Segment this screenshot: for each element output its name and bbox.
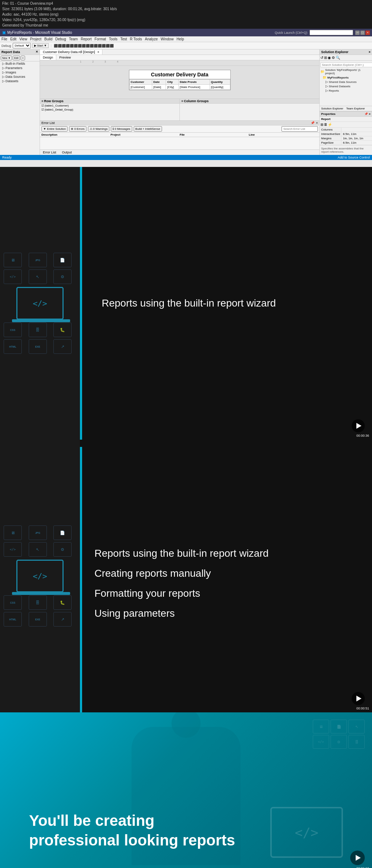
- file2-icon: 📄: [60, 531, 65, 535]
- vs-tree-builtin[interactable]: ▷ Built-in Fields: [0, 61, 40, 66]
- monitor2-icon: 🖥: [11, 531, 15, 535]
- rd-new-btn[interactable]: New ▼: [1, 56, 12, 60]
- vs-reportdata-title: Report Data ✕: [0, 49, 40, 55]
- menu-rtools[interactable]: R Tools: [130, 37, 142, 41]
- jpg-icon: JPG: [35, 259, 40, 261]
- cell-state: [State Province]: [178, 85, 210, 90]
- menu-debug[interactable]: Debug: [55, 37, 66, 41]
- menu-tools[interactable]: Tools: [109, 37, 117, 41]
- vs-tree-shareddatasets[interactable]: ▷ Shared Datasets: [320, 84, 372, 88]
- menu-view[interactable]: View: [19, 37, 27, 41]
- props-pin[interactable]: 📌: [364, 112, 368, 116]
- arrow-icon: ↗: [61, 344, 64, 349]
- teal-icon-grid: 🖥 📄 ↖ </> ⚙ 🗄: [313, 720, 365, 749]
- props-event-icon[interactable]: ⚡: [328, 123, 332, 127]
- vs-tree-solution[interactable]: 📁 Solution 'MyFirstReports' (1 project): [320, 68, 372, 75]
- menu-edit[interactable]: Edit: [10, 37, 16, 41]
- solexp-tool-4[interactable]: ⚙: [332, 56, 335, 60]
- gear2-icon: ⚙: [61, 547, 64, 552]
- rd-delete-btn[interactable]: ×: [21, 56, 25, 60]
- el-solution-btn[interactable]: ▼ Entire Solution: [41, 126, 68, 132]
- props-sort-icon[interactable]: ⊞: [320, 123, 323, 127]
- vs-solution-explorer: Solution Explorer × ↺ ⊞ ◉ ⚙ 🔍 📁 Solution…: [320, 49, 372, 106]
- menu-project[interactable]: Project: [30, 37, 41, 41]
- menu-file[interactable]: File: [1, 37, 7, 41]
- rd-edit-btn[interactable]: Edit: [13, 56, 20, 60]
- vs-tree-shareddatasources[interactable]: ▷ Shared Data Sources: [320, 80, 372, 84]
- col-customer: Customer: [129, 80, 152, 85]
- teal-icon-1: 🖥: [313, 720, 329, 733]
- vs-quicklaunch-input[interactable]: [310, 30, 353, 35]
- solexp-tool-2[interactable]: ⊞: [324, 56, 327, 60]
- vs-close-btn[interactable]: ×: [365, 31, 370, 35]
- toolbar-start-btn[interactable]: ▶ Start ▼: [32, 43, 49, 48]
- el-search-input[interactable]: [282, 126, 318, 132]
- vs-solexp-close[interactable]: ×: [369, 50, 371, 54]
- vs-rowgroup-item-2[interactable]: ☑ (table1_Detail_Group): [40, 108, 179, 112]
- menu-report[interactable]: Report: [81, 37, 92, 41]
- tree-expand-icon: ▷: [2, 79, 5, 83]
- vs-tree-reports[interactable]: ▷ Reports: [320, 88, 372, 93]
- vs-tree-images[interactable]: ▷ Images: [0, 70, 40, 75]
- vs-doc-close-icon[interactable]: ×: [97, 50, 99, 54]
- menu-window[interactable]: Window: [161, 37, 174, 41]
- vs-rowgroup-item-1[interactable]: ☑ (table1_Customer): [40, 104, 179, 108]
- solution-icon: 📁: [320, 70, 324, 73]
- el-messages-btn[interactable]: ℹ 0 Messages: [111, 126, 132, 132]
- vs-tab-teamexp[interactable]: Team Explorer: [345, 106, 367, 111]
- el-errors-btn[interactable]: ⊗ 0 Errors: [69, 126, 86, 132]
- icon-grid-top: 🖥 JPG 📄 </> ↖ ⚙: [4, 253, 76, 284]
- vs-minimize-btn[interactable]: ─: [355, 31, 360, 35]
- el-close-icon[interactable]: ×: [316, 121, 318, 125]
- solexp-tool-3[interactable]: ◉: [328, 56, 331, 60]
- toolbar-platform-select[interactable]: Default: [13, 43, 31, 48]
- el-build-btn[interactable]: Build + IntelliSense: [134, 126, 162, 132]
- teal-monitor-icon: 🖥: [319, 725, 323, 729]
- vs-tab-design[interactable]: Design: [40, 55, 56, 60]
- vs-reportdata-label: Report Data: [1, 50, 20, 54]
- vs-tree-myfirstreports[interactable]: 📁 MyFirstReports: [320, 75, 372, 80]
- props-close[interactable]: ×: [369, 112, 371, 116]
- toolbar-icons: ⬛⬛⬛⬛⬛⬛⬛⬛⬛⬛⬛⬛⬛⬛⬛: [54, 44, 114, 48]
- prop-interactivesize: InteractiveSize 8.5in, 11in: [320, 132, 372, 136]
- vs-tab-output[interactable]: Output: [59, 150, 75, 155]
- menu-analyze[interactable]: Analyze: [145, 37, 158, 41]
- vs-output-tabs: Error List Output: [40, 149, 319, 155]
- icon-cell-code: </>: [4, 269, 22, 284]
- vs-tree-params[interactable]: ▷ Parameters: [0, 66, 40, 70]
- el-title: Error List: [41, 121, 55, 125]
- vs-tree-datasets[interactable]: ▷ Datasets: [0, 79, 40, 83]
- vs-tab-errorlist[interactable]: Error List: [40, 150, 59, 155]
- bug2-icon: 🐛: [60, 600, 65, 605]
- vs-maximize-btn[interactable]: □: [360, 31, 365, 35]
- col-city: City: [166, 80, 178, 85]
- vs-left-panel: Report Data ✕ New ▼ Edit × ▷ Built-in Fi…: [0, 49, 40, 155]
- play-button-teal[interactable]: [350, 851, 365, 865]
- props-category-icon[interactable]: ≣: [324, 123, 327, 127]
- bullet-item-1: Reports using the built-in report wizard: [94, 543, 372, 563]
- solexp-tool-5[interactable]: 🔍: [336, 56, 340, 60]
- reports-icon: ▷: [326, 89, 328, 92]
- el-header-controls: 📌 ×: [311, 121, 318, 125]
- menu-team[interactable]: Team: [69, 37, 78, 41]
- toolbar-debug-label: Debug: [1, 44, 11, 48]
- el-warnings-btn[interactable]: ⚠ 0 Warnings: [88, 126, 109, 132]
- vs-tree-datasources[interactable]: ▷ Data Sources: [0, 75, 40, 79]
- tree-params-label: Parameters: [5, 66, 23, 70]
- play-button-2[interactable]: [352, 692, 365, 705]
- vs-doc-tab[interactable]: Customer Delivery Data.rdl [Design] ×: [40, 49, 102, 55]
- vs-tab-solexp[interactable]: Solution Explorer: [320, 106, 345, 111]
- menu-format[interactable]: Format: [94, 37, 106, 41]
- teal-laptop-large: </>: [270, 807, 343, 858]
- menu-build[interactable]: Build: [44, 37, 52, 41]
- menu-help[interactable]: Help: [177, 37, 184, 41]
- vs-solexp-search[interactable]: [320, 63, 372, 67]
- play-button-1[interactable]: [352, 419, 365, 432]
- menu-test[interactable]: Test: [120, 37, 127, 41]
- col-stateprov: State Provin: [178, 80, 210, 85]
- vs-tab-preview[interactable]: Preview: [56, 55, 74, 60]
- solexp-tool-1[interactable]: ↺: [320, 56, 323, 60]
- el-pin-icon[interactable]: 📌: [311, 121, 315, 125]
- teal-laptop-code-icon: </>: [295, 825, 318, 840]
- vs-titlebar-controls: ─ □ ×: [355, 31, 370, 35]
